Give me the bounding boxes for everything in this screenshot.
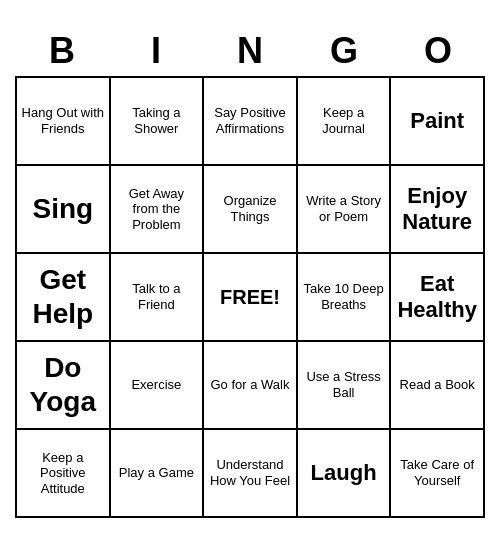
header-letter: I (109, 26, 203, 76)
bingo-cell: Take 10 Deep Breaths (298, 254, 392, 342)
bingo-cell: Enjoy Nature (391, 166, 485, 254)
bingo-cell: Take Care of Yourself (391, 430, 485, 518)
bingo-cell: FREE! (204, 254, 298, 342)
bingo-card: BINGO Hang Out with FriendsTaking a Show… (15, 26, 485, 518)
bingo-cell: Understand How You Feel (204, 430, 298, 518)
bingo-cell: Get Away from the Problem (111, 166, 205, 254)
bingo-cell: Get Help (17, 254, 111, 342)
bingo-cell: Sing (17, 166, 111, 254)
bingo-grid: Hang Out with FriendsTaking a ShowerSay … (15, 76, 485, 518)
bingo-cell: Organize Things (204, 166, 298, 254)
bingo-cell: Go for a Walk (204, 342, 298, 430)
bingo-cell: Keep a Journal (298, 78, 392, 166)
header-letter: G (297, 26, 391, 76)
header-letter: O (391, 26, 485, 76)
bingo-cell: Keep a Positive Attitude (17, 430, 111, 518)
bingo-cell: Laugh (298, 430, 392, 518)
header-letter: N (203, 26, 297, 76)
bingo-cell: Read a Book (391, 342, 485, 430)
bingo-cell: Say Positive Affirmations (204, 78, 298, 166)
bingo-cell: Play a Game (111, 430, 205, 518)
header-letter: B (15, 26, 109, 76)
bingo-cell: Talk to a Friend (111, 254, 205, 342)
bingo-cell: Hang Out with Friends (17, 78, 111, 166)
bingo-cell: Write a Story or Poem (298, 166, 392, 254)
bingo-cell: Exercise (111, 342, 205, 430)
bingo-cell: Eat Healthy (391, 254, 485, 342)
bingo-header: BINGO (15, 26, 485, 76)
bingo-cell: Use a Stress Ball (298, 342, 392, 430)
bingo-cell: Paint (391, 78, 485, 166)
bingo-cell: Taking a Shower (111, 78, 205, 166)
bingo-cell: Do Yoga (17, 342, 111, 430)
